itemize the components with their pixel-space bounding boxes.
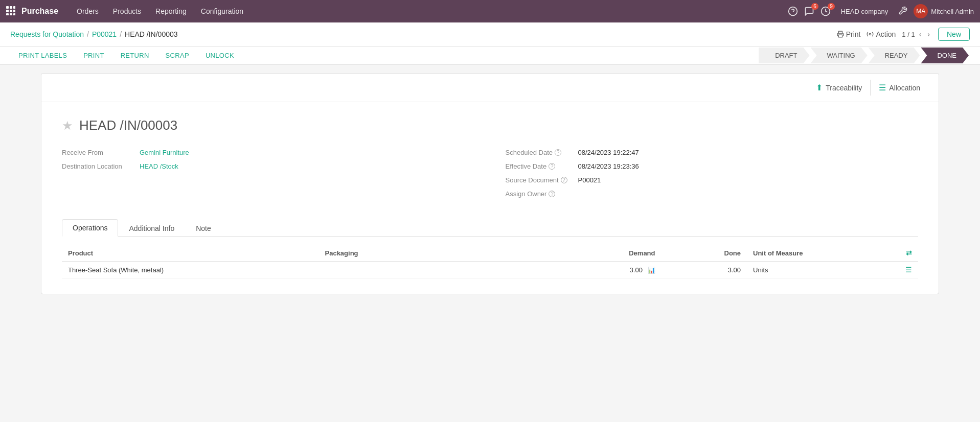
user-name: Mitchell Admin <box>931 8 974 15</box>
subnav-scrap[interactable]: SCRAP <box>157 46 197 64</box>
next-arrow[interactable]: › <box>925 29 932 39</box>
source-doc-row: Source Document ? P00021 <box>506 176 919 184</box>
source-doc-help-icon[interactable]: ? <box>561 177 567 183</box>
dest-location-value[interactable]: HEAD /Stock <box>140 162 178 170</box>
th-actions: ⇄ <box>850 245 918 262</box>
row-uom: Units <box>747 262 850 278</box>
svg-rect-1 <box>10 6 12 9</box>
receive-from-label: Receive From <box>62 149 133 156</box>
sub-nav: PRINT LABELS PRINT RETURN SCRAP UNLOCK D… <box>0 46 980 65</box>
allocation-icon: ☰ <box>879 83 886 92</box>
source-doc-label: Source Document ? <box>506 176 572 184</box>
th-packaging: Packaging <box>319 245 533 262</box>
assign-owner-help-icon[interactable]: ? <box>549 191 555 197</box>
status-ready[interactable]: READY <box>869 48 920 63</box>
action-button[interactable]: Action <box>867 30 896 38</box>
sub-nav-items: PRINT LABELS PRINT RETURN SCRAP UNLOCK <box>10 46 242 64</box>
status-waiting[interactable]: WAITING <box>811 48 868 63</box>
subnav-unlock[interactable]: UNLOCK <box>197 46 242 64</box>
table-header-row: Product Packaging Demand Done Unit of Me… <box>62 245 918 262</box>
support-icon[interactable] <box>788 6 798 16</box>
receive-from-row: Receive From Gemini Furniture <box>62 149 475 156</box>
subnav-return[interactable]: RETURN <box>112 46 157 64</box>
column-settings-icon[interactable]: ⇄ <box>906 249 912 257</box>
svg-rect-3 <box>6 10 9 12</box>
forecast-icon[interactable]: 📊 <box>648 267 655 274</box>
subnav-print[interactable]: PRINT <box>75 46 112 64</box>
allocation-button[interactable]: ☰ Allocation <box>871 80 928 96</box>
activity-badge: 9 <box>828 3 835 10</box>
svg-rect-2 <box>13 6 15 9</box>
breadcrumb-rfq[interactable]: Requests for Quotation <box>10 30 84 38</box>
favorite-star-icon[interactable]: ★ <box>62 119 73 133</box>
form-left: Receive From Gemini Furniture Destinatio… <box>62 149 475 204</box>
scheduled-date-label: Scheduled Date ? <box>506 149 572 156</box>
dest-location-row: Destination Location HEAD /Stock <box>62 162 475 170</box>
breadcrumb-sep1: / <box>87 30 89 38</box>
tab-operations[interactable]: Operations <box>62 219 118 237</box>
action-label: Action <box>876 30 896 38</box>
status-done[interactable]: DONE <box>921 48 969 63</box>
th-product: Product <box>62 245 319 262</box>
svg-rect-6 <box>6 13 9 15</box>
status-draft[interactable]: DRAFT <box>759 48 809 63</box>
doc-title: HEAD /IN/00003 <box>79 118 177 133</box>
source-doc-value: P00021 <box>578 176 601 184</box>
dest-location-label: Destination Location <box>62 162 133 170</box>
app-grid-icon[interactable] <box>6 6 15 17</box>
scheduled-date-row: Scheduled Date ? 08/24/2023 19:22:47 <box>506 149 919 156</box>
th-uom: Unit of Measure <box>747 245 850 262</box>
effective-date-row: Effective Date ? 08/24/2023 19:23:36 <box>506 162 919 170</box>
row-detail-icon[interactable]: ☰ <box>905 266 912 274</box>
content-card: ⬆ Traceability ☰ Allocation ★ HEAD /IN/0… <box>41 73 939 294</box>
svg-rect-12 <box>838 35 842 37</box>
print-label: Print <box>846 30 861 38</box>
effective-date-help-icon[interactable]: ? <box>549 163 555 170</box>
breadcrumb-actions: Print Action 1 / 1 ‹ › New <box>837 28 970 41</box>
doc-title-row: ★ HEAD /IN/00003 <box>62 118 918 133</box>
activity-icon[interactable]: 9 <box>821 6 831 16</box>
chat-icon[interactable]: 6 <box>804 6 814 16</box>
status-pipeline: DRAFT WAITING READY DONE <box>759 48 970 63</box>
nav-configuration[interactable]: Configuration <box>195 3 249 19</box>
avatar: MA <box>914 4 928 18</box>
tab-note[interactable]: Note <box>185 220 222 237</box>
breadcrumb: Requests for Quotation / P00021 / HEAD /… <box>10 30 178 38</box>
allocation-label: Allocation <box>889 84 920 92</box>
row-actions: ☰ <box>850 262 918 278</box>
app-title[interactable]: Purchase <box>21 7 58 16</box>
nav-products[interactable]: Products <box>107 3 147 19</box>
nav-arrows: 1 / 1 ‹ › <box>902 29 932 39</box>
svg-rect-4 <box>10 10 12 12</box>
scheduled-date-help-icon[interactable]: ? <box>555 149 561 156</box>
breadcrumb-bar: Requests for Quotation / P00021 / HEAD /… <box>0 22 980 46</box>
breadcrumb-po[interactable]: P00021 <box>92 30 117 38</box>
operations-table: Product Packaging Demand Done Unit of Me… <box>62 245 918 278</box>
print-button[interactable]: Print <box>837 30 861 38</box>
new-button[interactable]: New <box>938 28 970 41</box>
th-demand: Demand <box>533 245 661 262</box>
row-done: 3.00 <box>662 262 747 278</box>
svg-rect-7 <box>10 13 12 15</box>
row-demand: 3.00 📊 <box>533 262 661 278</box>
traceability-label: Traceability <box>826 84 862 92</box>
breadcrumb-current: HEAD /IN/00003 <box>125 30 178 38</box>
receive-from-value[interactable]: Gemini Furniture <box>140 149 189 156</box>
settings-icon[interactable] <box>898 6 907 17</box>
scheduled-date-value: 08/24/2023 19:22:47 <box>578 149 639 156</box>
svg-rect-0 <box>6 6 9 9</box>
breadcrumb-sep2: / <box>120 30 122 38</box>
page-info: 1 / 1 <box>902 31 915 38</box>
nav-reporting[interactable]: Reporting <box>149 3 193 19</box>
row-product: Three-Seat Sofa (White, metaal) <box>62 262 319 278</box>
subnav-print-labels[interactable]: PRINT LABELS <box>10 46 75 64</box>
user-section[interactable]: MA Mitchell Admin <box>914 4 974 18</box>
svg-rect-8 <box>13 13 15 15</box>
nav-orders[interactable]: Orders <box>71 3 105 19</box>
tab-additional-info[interactable]: Additional Info <box>118 220 185 237</box>
traceability-icon: ⬆ <box>816 83 823 92</box>
prev-arrow[interactable]: ‹ <box>917 29 924 39</box>
svg-rect-5 <box>13 10 15 12</box>
traceability-button[interactable]: ⬆ Traceability <box>808 80 871 96</box>
th-done: Done <box>662 245 747 262</box>
